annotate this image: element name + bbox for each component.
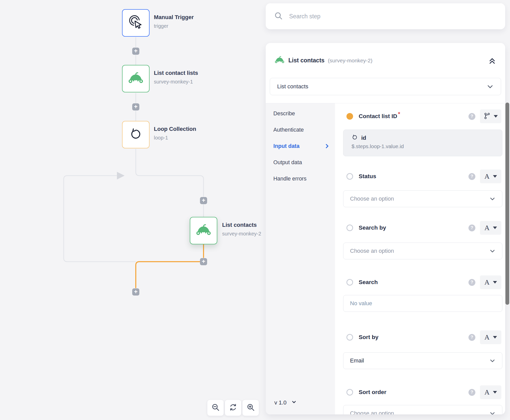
text-type-icon: A — [484, 224, 489, 231]
node-subtitle: survey-monkey-1 — [154, 79, 198, 85]
workflow-editor: Manual Trigger trigger List contact list… — [0, 0, 510, 420]
unmapped-field-bullet — [346, 225, 353, 231]
text-type-icon: A — [484, 334, 489, 341]
text-type-icon: A — [484, 279, 489, 286]
tab-input-data[interactable]: Input data — [266, 138, 335, 154]
panel-tab-sidebar: Describe Authenticate Input data Output … — [266, 103, 335, 414]
search-value-input[interactable] — [343, 295, 502, 312]
help-icon[interactable] — [468, 225, 475, 231]
surveymonkey-icon — [275, 56, 284, 65]
field-type-selector[interactable]: A — [480, 221, 501, 235]
token-name: id — [361, 135, 366, 141]
version-select[interactable]: v 1.0 — [274, 399, 297, 406]
version-label: v 1.0 — [274, 399, 287, 406]
help-icon[interactable] — [468, 389, 475, 396]
field-status-header: Status A — [346, 169, 501, 184]
node-label-list-contacts: List contacts survey-monkey-2 — [222, 222, 261, 236]
sort-by-select[interactable]: Email — [343, 352, 502, 369]
step-config-panel: List contacts (survey-monkey-2) List con… — [266, 43, 505, 414]
tab-output-data[interactable]: Output data — [266, 154, 335, 171]
node-label-list-contact-lists: List contact lists survey-monkey-1 — [154, 70, 198, 85]
mapped-field-bullet — [346, 113, 353, 120]
step-search-card — [266, 3, 505, 29]
zoom-in-icon — [247, 403, 255, 412]
text-type-icon: A — [484, 173, 489, 180]
caret-down-icon — [494, 115, 498, 118]
text-type-icon: A — [484, 389, 489, 396]
loop-icon — [352, 134, 358, 142]
panel-header: List contacts (survey-monkey-2) — [266, 43, 505, 78]
status-select[interactable]: Choose an option — [343, 190, 502, 207]
contact-list-id-token-field[interactable]: id $.steps.loop-1.value.id — [343, 130, 502, 156]
help-icon[interactable] — [468, 173, 475, 180]
node-title: Loop Collection — [154, 126, 196, 132]
search-by-select[interactable]: Choose an option — [343, 243, 502, 259]
chevron-down-icon — [487, 83, 494, 90]
chevron-down-icon — [489, 410, 495, 414]
field-label: Search by — [359, 225, 386, 231]
chevron-down-icon — [489, 248, 495, 254]
node-title: List contact lists — [154, 70, 198, 76]
loop-icon — [129, 127, 143, 142]
panel-scrollbar-thumb[interactable] — [505, 103, 509, 305]
chevron-down-icon — [489, 196, 495, 202]
zoom-out-button[interactable] — [207, 400, 224, 416]
caret-down-icon — [493, 336, 497, 339]
chevron-down-icon — [291, 399, 297, 406]
sort-order-select[interactable]: Choose an option — [343, 405, 502, 414]
panel-title: List contacts — [288, 57, 325, 64]
field-label: Sort by — [359, 334, 379, 341]
field-type-selector[interactable]: A — [480, 170, 501, 183]
panel-step-id: (survey-monkey-2) — [328, 58, 372, 64]
node-list-contacts[interactable] — [190, 217, 217, 244]
search-icon — [274, 12, 283, 21]
collapse-panel-button[interactable] — [488, 57, 496, 64]
field-type-selector[interactable]: A — [480, 385, 501, 399]
node-subtitle: survey-monkey-2 — [222, 231, 261, 236]
field-contact-list-id-header: Contact list ID * — [346, 109, 501, 123]
chevron-down-icon — [489, 358, 495, 364]
node-label-loop-collection: Loop Collection loop-1 — [154, 126, 196, 141]
action-select-value: List contacts — [277, 83, 308, 90]
action-select[interactable]: List contacts — [270, 78, 501, 95]
reset-view-button[interactable] — [225, 400, 241, 416]
tab-handle-errors[interactable]: Handle errors — [266, 171, 335, 187]
node-manual-trigger[interactable] — [122, 9, 150, 37]
add-step-button-2[interactable] — [132, 103, 139, 110]
canvas-zoom-controls — [207, 400, 259, 416]
zoom-in-button[interactable] — [242, 400, 259, 416]
node-subtitle: trigger — [154, 23, 194, 29]
zoom-out-icon — [211, 403, 220, 412]
node-loop-collection[interactable] — [122, 121, 150, 148]
add-step-button-loop-body[interactable] — [200, 197, 207, 204]
caret-down-icon — [493, 391, 497, 394]
field-label: Search — [359, 279, 378, 286]
unmapped-field-bullet — [346, 334, 353, 341]
unmapped-field-bullet — [346, 279, 353, 286]
caret-down-icon — [493, 281, 497, 284]
tab-describe[interactable]: Describe — [266, 105, 335, 122]
add-step-button-1[interactable] — [132, 48, 139, 55]
field-type-selector[interactable] — [480, 109, 501, 123]
node-list-contact-lists[interactable] — [122, 65, 150, 92]
node-title: List contacts — [222, 222, 261, 228]
field-type-selector[interactable]: A — [480, 330, 501, 344]
node-title: Manual Trigger — [154, 14, 194, 21]
field-search-by-header: Search by A — [346, 221, 501, 235]
refresh-icon — [229, 403, 237, 412]
field-sort-by-header: Sort by A — [346, 330, 501, 344]
help-icon[interactable] — [468, 113, 475, 120]
search-step-input[interactable] — [289, 13, 505, 20]
field-label: Sort order — [359, 389, 386, 396]
help-icon[interactable] — [468, 279, 475, 286]
field-type-selector[interactable]: A — [480, 275, 501, 289]
add-step-button-after-loop[interactable] — [132, 288, 139, 296]
input-data-form: Contact list ID * — [335, 103, 505, 414]
unmapped-field-bullet — [346, 173, 353, 180]
caret-down-icon — [493, 175, 497, 178]
add-step-button-after-list-contacts[interactable] — [200, 258, 207, 265]
tab-authenticate[interactable]: Authenticate — [266, 122, 335, 138]
help-icon[interactable] — [468, 334, 475, 341]
unmapped-field-bullet — [346, 389, 353, 396]
field-label: Contact list ID — [359, 113, 397, 120]
